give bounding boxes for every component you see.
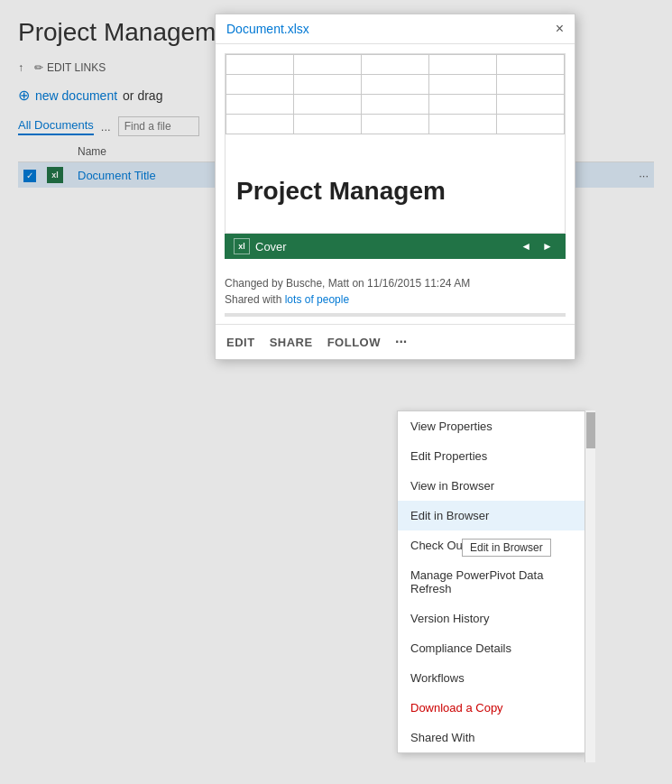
menu-item-7[interactable]: Compliance Details xyxy=(398,633,585,663)
menu-item-1[interactable]: Edit Properties xyxy=(398,441,585,471)
preview-doc-title: Project Managem xyxy=(236,177,446,206)
progress-bar xyxy=(225,313,566,317)
doc-changed-text: Changed by Busche, Matt on 11/16/2015 11… xyxy=(225,277,566,290)
menu-item-0[interactable]: View Properties xyxy=(398,411,585,441)
document-card: Document.xlsx × xyxy=(215,14,575,360)
shared-prefix: Shared with xyxy=(225,293,285,306)
context-menu: View PropertiesEdit PropertiesView in Br… xyxy=(397,410,586,753)
close-button[interactable]: × xyxy=(556,22,564,36)
doc-actions: EDIT SHARE FOLLOW ··· xyxy=(216,324,575,359)
next-sheet-button[interactable]: ► xyxy=(539,240,557,253)
doc-card-header: Document.xlsx × xyxy=(216,14,575,44)
menu-item-2[interactable]: View in Browser xyxy=(398,471,585,501)
doc-card-title: Document.xlsx xyxy=(226,22,309,36)
dropdown-scrollbar[interactable] xyxy=(585,410,595,762)
edit-action-button[interactable]: EDIT xyxy=(226,336,255,349)
preview-navigation: ◄ ► xyxy=(517,240,557,253)
doc-preview-area: Project Managem xl Cover ◄ ► xyxy=(216,44,575,268)
progress-bar-container xyxy=(216,306,575,324)
doc-shared-text: Shared with lots of people xyxy=(225,293,566,306)
preview-grid xyxy=(226,54,565,134)
menu-item-9[interactable]: Download a Copy xyxy=(398,693,585,723)
menu-item-10[interactable]: Shared With xyxy=(398,723,585,752)
preview-footer: xl Cover ◄ ► xyxy=(225,234,566,259)
menu-item-5[interactable]: Manage PowerPivot Data Refresh xyxy=(398,560,585,604)
preview-image: Project Managem xyxy=(225,53,566,234)
share-action-button[interactable]: SHARE xyxy=(270,336,313,349)
tooltip-bubble: Edit in Browser xyxy=(462,539,551,557)
menu-item-6[interactable]: Version History xyxy=(398,604,585,633)
more-actions-button[interactable]: ··· xyxy=(395,334,407,350)
menu-item-3[interactable]: Edit in Browser xyxy=(398,501,585,530)
doc-meta: Changed by Busche, Matt on 11/16/2015 11… xyxy=(216,268,575,306)
excel-icon: xl xyxy=(234,238,250,254)
shared-link[interactable]: lots of people xyxy=(285,293,349,306)
menu-item-8[interactable]: Workflows xyxy=(398,663,585,693)
sheet-tab: Cover xyxy=(255,240,287,254)
scrollbar-thumb[interactable] xyxy=(586,412,595,448)
prev-sheet-button[interactable]: ◄ xyxy=(517,240,535,253)
preview-footer-left: xl Cover xyxy=(234,238,287,254)
follow-action-button[interactable]: FOLLOW xyxy=(327,336,381,349)
